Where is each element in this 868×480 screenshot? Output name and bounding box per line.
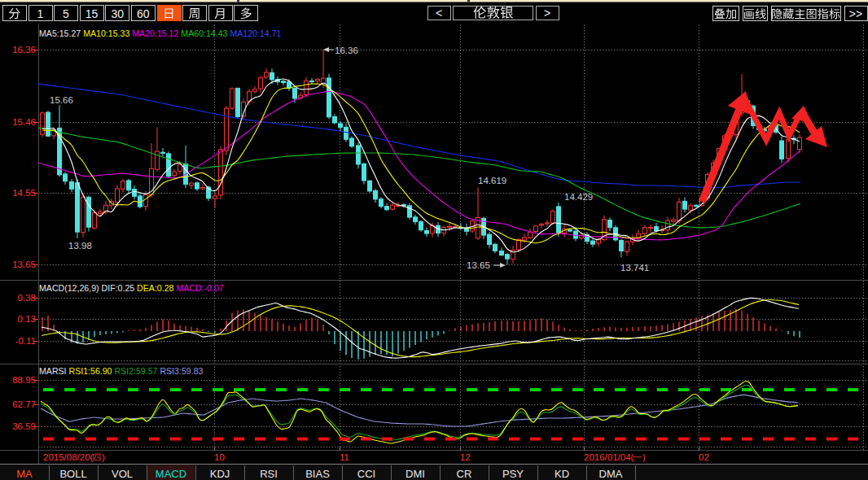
svg-text:DMA: DMA bbox=[599, 468, 623, 480]
svg-text:2015/08/20(: 2015/08/20( bbox=[43, 452, 94, 462]
svg-text:14.55: 14.55 bbox=[12, 188, 36, 198]
svg-text:15: 15 bbox=[85, 7, 99, 20]
svg-text:36.59: 36.59 bbox=[12, 421, 36, 431]
svg-text:88.95: 88.95 bbox=[12, 375, 36, 385]
svg-text:13.98: 13.98 bbox=[68, 241, 92, 251]
svg-text:DMI: DMI bbox=[406, 468, 425, 480]
svg-text:13.741: 13.741 bbox=[620, 263, 649, 273]
svg-text:11: 11 bbox=[340, 452, 349, 462]
svg-text:MA: MA bbox=[16, 468, 33, 480]
svg-text:62.77: 62.77 bbox=[12, 399, 36, 409]
svg-text:30: 30 bbox=[111, 7, 124, 20]
svg-text:<: < bbox=[436, 7, 442, 20]
svg-text:-0.11: -0.11 bbox=[15, 336, 36, 346]
svg-text:MARSI RSI1:56.90 RSI2:59.57 RS: MARSI RSI1:56.90 RSI2:59.57 RSI3:59.83 bbox=[39, 366, 204, 376]
svg-text:MACD: MACD bbox=[156, 468, 186, 480]
svg-text:5: 5 bbox=[63, 7, 69, 20]
svg-text:CCI: CCI bbox=[357, 468, 375, 480]
svg-text:CR: CR bbox=[457, 468, 472, 480]
svg-text:2016/01/04(: 2016/01/04( bbox=[584, 452, 634, 462]
svg-text:MA5:15.27 MA10:15.33 MA20:15.1: MA5:15.27 MA10:15.33 MA20:15.12 MA60:14.… bbox=[39, 28, 282, 38]
svg-text:15.46: 15.46 bbox=[12, 117, 36, 127]
svg-text:RSI: RSI bbox=[260, 468, 278, 480]
svg-text:KD: KD bbox=[555, 468, 569, 480]
svg-text:VOL: VOL bbox=[112, 468, 133, 480]
svg-text:MACD(12,26,9) DIF:0.25 DEA:0.2: MACD(12,26,9) DIF:0.25 DEA:0.28 MACD:-0.… bbox=[39, 283, 224, 293]
svg-text:KDJ: KDJ bbox=[210, 468, 230, 480]
svg-text:13.65: 13.65 bbox=[12, 260, 36, 269]
svg-text:10: 10 bbox=[214, 452, 225, 462]
svg-text:60: 60 bbox=[137, 7, 150, 20]
svg-text:0.38: 0.38 bbox=[18, 293, 36, 303]
svg-text:0.13: 0.13 bbox=[18, 314, 36, 324]
svg-text:BIAS: BIAS bbox=[305, 468, 330, 480]
svg-text:): ) bbox=[642, 452, 646, 462]
svg-text:15.66: 15.66 bbox=[50, 95, 73, 105]
svg-text:16.36: 16.36 bbox=[335, 46, 358, 55]
svg-text:PSY: PSY bbox=[502, 468, 524, 480]
svg-text:14.619: 14.619 bbox=[478, 176, 506, 185]
svg-text:BOLL: BOLL bbox=[59, 468, 86, 480]
svg-text:12: 12 bbox=[460, 452, 471, 462]
svg-text:>: > bbox=[544, 7, 550, 20]
svg-text:>>: >> bbox=[849, 7, 862, 20]
svg-text:): ) bbox=[102, 452, 105, 462]
svg-text:14.429: 14.429 bbox=[564, 192, 593, 202]
svg-text:1: 1 bbox=[37, 7, 44, 20]
svg-text:16.36: 16.36 bbox=[12, 45, 36, 55]
svg-text:13.65: 13.65 bbox=[467, 260, 490, 270]
svg-text:02: 02 bbox=[699, 452, 709, 462]
